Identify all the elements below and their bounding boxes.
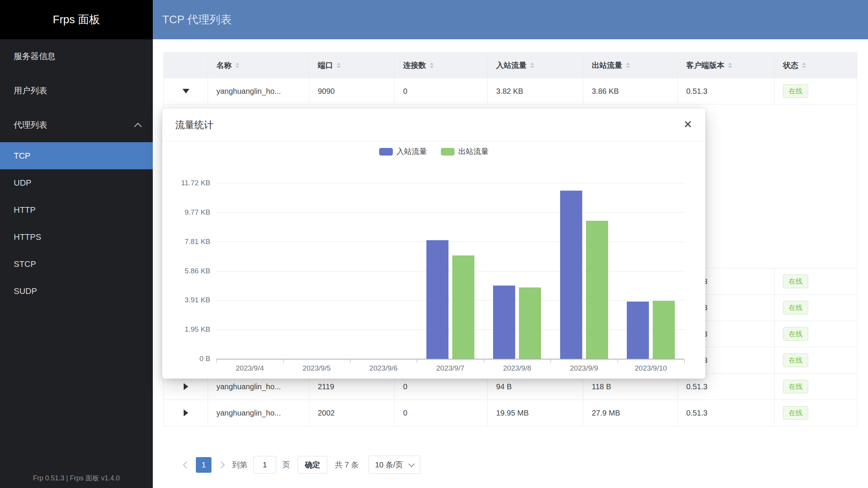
cell-traffic-in: 3.82 KB [488, 78, 583, 104]
cell-status: 在线 [775, 374, 857, 400]
sidebar-item-sudp[interactable]: SUDP [0, 278, 153, 305]
traffic-chart: 入站流量出站流量 0 B1.95 KB3.91 KB5.86 KB7.81 KB… [162, 141, 705, 379]
app-title: Frps 面板 [0, 0, 153, 39]
sort-icon [626, 63, 630, 68]
chevron-right-icon [218, 461, 224, 468]
page-size-select[interactable]: 10 条/页 [368, 456, 420, 474]
chevron-up-icon [134, 123, 142, 130]
column-header-version[interactable]: 客户端版本 [678, 53, 775, 78]
y-axis-label: 9.77 KB [162, 208, 210, 217]
x-axis-label: 2023/9/7 [417, 364, 484, 372]
page-number-button[interactable]: 1 [196, 457, 211, 473]
x-axis-label: 2023/9/6 [350, 364, 417, 372]
chevron-down-icon [408, 461, 415, 467]
x-axis-tick [684, 360, 685, 363]
gridline [216, 271, 684, 271]
legend-swatch [379, 148, 393, 156]
sidebar-item-stcp[interactable]: STCP [0, 250, 153, 278]
bar-outbound [519, 287, 541, 359]
x-axis-label: 2023/9/9 [551, 364, 617, 372]
expand-row-icon[interactable] [184, 383, 188, 390]
close-icon[interactable]: ✕ [684, 119, 692, 130]
cell-version: 0.51.3 [678, 400, 775, 426]
confirm-button[interactable]: 确定 [298, 456, 327, 474]
goto-label: 到第 [232, 460, 247, 470]
column-header-status[interactable]: 状态 [775, 53, 857, 78]
y-axis-label: 0 B [162, 354, 210, 363]
status-badge: 在线 [783, 301, 808, 315]
modal-title: 流量统计 [175, 119, 213, 131]
page-title: TCP 代理列表 [162, 12, 232, 27]
sidebar-item-udp[interactable]: UDP [0, 169, 153, 196]
total-count-label: 共 7 条 [335, 460, 359, 470]
page-unit-label: 页 [282, 460, 290, 470]
y-axis-label: 7.81 KB [162, 237, 210, 246]
cell-status: 在线 [775, 268, 857, 295]
sidebar-item-tcp[interactable]: TCP [0, 142, 153, 169]
cell-status: 在线 [775, 400, 857, 426]
legend-item[interactable]: 出站流量 [441, 146, 489, 157]
legend-swatch [441, 148, 455, 156]
bar-outbound [452, 255, 474, 359]
sidebar-item-user-list[interactable]: 用户列表 [0, 74, 153, 108]
sort-icon [430, 63, 434, 68]
sidebar-item-label: STCP [14, 259, 36, 269]
column-header-port[interactable]: 端口 [309, 53, 395, 78]
status-badge: 在线 [783, 353, 808, 367]
status-badge: 在线 [783, 380, 808, 393]
app-root: Frps 面板 服务器信息 用户列表 代理列表 TCP UDP HTTP [0, 0, 868, 488]
y-axis-label: 1.95 KB [162, 325, 210, 334]
gridline [216, 300, 684, 300]
cell-traffic-out: 3.86 KB [583, 78, 678, 104]
status-badge: 在线 [783, 84, 808, 98]
x-axis-tick [484, 360, 484, 363]
prev-page-button[interactable] [180, 462, 193, 467]
y-axis-label: 3.91 KB [162, 295, 210, 305]
x-axis-tick [283, 360, 283, 363]
next-page-button[interactable] [215, 462, 227, 467]
expand-cell [164, 78, 208, 104]
sidebar-item-label: 代理列表 [14, 119, 47, 131]
goto-page-input[interactable] [253, 456, 276, 474]
sidebar-item-proxy-list[interactable]: 代理列表 [0, 108, 153, 142]
table-header-row: 名称 端口 连接数 入站流量 [164, 53, 857, 78]
chart-plot-area [216, 183, 684, 360]
cell-connections: 0 [395, 78, 488, 104]
chevron-left-icon [183, 461, 190, 468]
column-header-name[interactable]: 名称 [208, 53, 309, 78]
column-header-traffic-out[interactable]: 出站流量 [583, 53, 678, 78]
sidebar-nav: 服务器信息 用户列表 代理列表 TCP UDP HTTP H [0, 39, 153, 305]
y-axis-label: 11.72 KB [162, 178, 210, 188]
expand-row-icon[interactable] [184, 409, 188, 416]
bar-inbound [560, 191, 582, 359]
gridline [216, 183, 684, 183]
gridline [216, 212, 684, 213]
bar-outbound [586, 221, 608, 359]
sort-icon [728, 63, 732, 68]
expand-column-header [164, 53, 208, 78]
expand-cell [164, 400, 208, 426]
x-axis-label: 2023/9/10 [618, 364, 684, 372]
column-header-connections[interactable]: 连接数 [395, 53, 488, 78]
sidebar-item-label: TCP [14, 151, 30, 161]
pagination: 1 到第 页 确定 共 7 条 10 条/页 [180, 456, 868, 474]
legend-label: 入站流量 [397, 146, 427, 157]
status-badge: 在线 [783, 327, 808, 341]
cell-status: 在线 [775, 321, 857, 347]
status-badge: 在线 [783, 274, 808, 288]
x-axis-tick [216, 360, 217, 363]
y-axis-label: 5.86 KB [162, 266, 210, 276]
sidebar-item-label: SUDP [14, 286, 37, 296]
sidebar-item-label: 服务器信息 [14, 51, 56, 62]
table-row: yanghuanglin_ho...909003.82 KB3.86 KB0.5… [164, 78, 857, 104]
cell-traffic-out: 27.9 MB [583, 400, 678, 426]
cell-port: 9090 [309, 78, 395, 104]
column-header-traffic-in[interactable]: 入站流量 [488, 53, 583, 78]
legend-item[interactable]: 入站流量 [379, 146, 427, 157]
collapse-row-icon[interactable] [183, 89, 189, 93]
sidebar-item-http[interactable]: HTTP [0, 196, 153, 223]
x-axis-tick [417, 360, 417, 363]
sidebar-item-server-info[interactable]: 服务器信息 [0, 39, 153, 74]
cell-status: 在线 [775, 78, 857, 104]
sidebar-item-https[interactable]: HTTPS [0, 223, 153, 250]
